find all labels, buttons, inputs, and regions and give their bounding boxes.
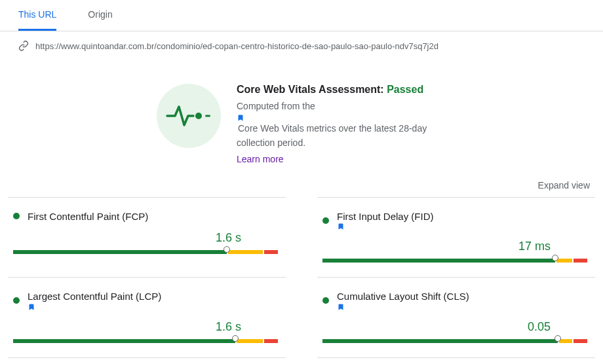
metrics-grid: First Contentful Paint (FCP) 1.6 s First…: [0, 197, 603, 364]
learn-more-link[interactable]: Learn more: [237, 154, 446, 164]
metric-bar: [322, 337, 590, 346]
metric-marker: [554, 335, 561, 342]
svg-point-0: [195, 113, 202, 119]
expand-view-link[interactable]: Expand view: [538, 180, 590, 191]
status-dot: [322, 297, 329, 304]
tab-origin[interactable]: Origin: [88, 0, 112, 31]
bookmark-icon: [28, 303, 165, 311]
metric-marker: [232, 335, 239, 342]
assessment-title: Core Web Vitals Assessment: Passed: [237, 84, 446, 96]
metric-bar: [13, 247, 281, 257]
status-dot: [13, 297, 20, 304]
link-icon: [18, 41, 29, 51]
bookmark-icon: [337, 303, 473, 311]
tab-bar: This URL Origin: [0, 0, 603, 31]
metric-cls: Cumulative Layout Shift (CLS) 0.05: [317, 277, 595, 358]
url-row: https://www.quintoandar.com.br/condomini…: [0, 31, 603, 60]
status-dot: [13, 213, 20, 219]
metric-value: 1.6 s: [216, 231, 241, 245]
bookmark-icon: [337, 223, 438, 230]
metric-bar: [322, 256, 590, 265]
metric-fcp: First Contentful Paint (FCP) 1.6 s: [8, 197, 286, 278]
metric-name: First Contentful Paint (FCP): [28, 211, 148, 222]
tab-this-url[interactable]: This URL: [18, 0, 56, 31]
pulse-icon: [157, 84, 221, 148]
url-text: https://www.quintoandar.com.br/condomini…: [35, 41, 438, 51]
assessment-section: Core Web Vitals Assessment: Passed Compu…: [0, 60, 603, 180]
metric-value: 0.05: [528, 320, 551, 334]
metric-bar: [13, 337, 281, 346]
status-dot: [322, 217, 329, 224]
metric-value: 17 ms: [518, 240, 551, 253]
metric-name: Largest Contentful Paint (LCP): [28, 291, 165, 311]
metric-name: First Input Delay (FID): [337, 211, 438, 231]
metric-lcp: Largest Contentful Paint (LCP) 1.6 s: [8, 277, 286, 358]
metric-marker: [224, 246, 230, 253]
svg-rect-1: [205, 115, 210, 117]
bookmark-icon: [237, 114, 446, 122]
metric-marker: [552, 255, 558, 261]
metric-name: Cumulative Layout Shift (CLS): [337, 291, 473, 311]
assessment-description: Computed from the Core Web Vitals metric…: [237, 100, 446, 150]
metric-value: 1.6 s: [216, 320, 241, 334]
metric-fid: First Input Delay (FID) 17 ms: [317, 197, 595, 278]
assessment-status: Passed: [387, 84, 423, 95]
